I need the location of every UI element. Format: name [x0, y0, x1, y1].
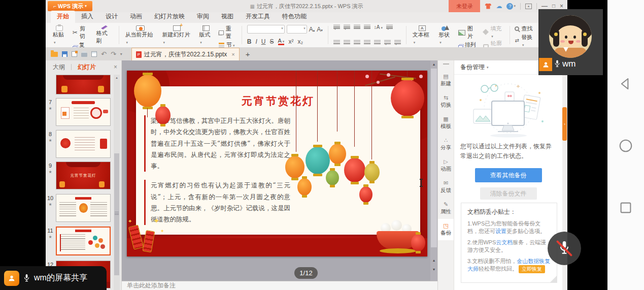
slide-scrollbar[interactable]: ▴ ▴ ▾ — [430, 60, 437, 281]
customize-toolbar-icon[interactable]: ▾ — [120, 52, 122, 56]
slide-title[interactable]: 元宵节赏花灯 — [136, 94, 420, 108]
tab-animation[interactable]: 动画 — [124, 11, 148, 23]
italic-button[interactable]: I — [255, 39, 257, 45]
distribute-button[interactable] — [374, 40, 381, 45]
side-tool-feedback[interactable]: ✉ 反馈 — [438, 176, 454, 198]
superscript-button[interactable]: x² — [288, 39, 293, 45]
side-tool-template[interactable]: ▦ 模板 — [438, 112, 454, 134]
slide-thumbnail-9[interactable]: 元宵节赏花灯 — [56, 162, 111, 189]
shapes-button[interactable]: 形状 — [436, 24, 454, 46]
strikethrough-button[interactable]: S — [270, 39, 274, 45]
android-recents-icon[interactable] — [618, 200, 633, 215]
slide-canvas[interactable]: 元宵节赏花灯 梁武帝笃信佛教，其宫中正月十五大张灯火。唐朝时，中外文化交流更为密… — [127, 71, 427, 256]
reset-button[interactable]: 重置 — [218, 24, 238, 41]
format-painter-button[interactable]: 格式刷 — [94, 24, 115, 46]
scroll-up-icon[interactable]: ▴ — [430, 62, 437, 67]
participant-video-tile[interactable]: wm — [538, 9, 603, 75]
tab-view[interactable]: 视图 — [215, 11, 240, 23]
print-icon[interactable] — [81, 53, 87, 57]
save-icon[interactable] — [62, 51, 67, 57]
tab-insert[interactable]: 插入 — [75, 11, 99, 23]
collapse-pane-icon[interactable] — [443, 63, 449, 65]
redo-icon[interactable]: ↷ — [111, 51, 116, 57]
slide-thumbnail-10[interactable] — [56, 194, 111, 222]
increase-font-button[interactable]: A▴ — [309, 26, 315, 33]
underline-button[interactable]: U — [261, 39, 266, 45]
slide-paragraph-2[interactable]: 元宵燃灯的习俗也有认为起源于道教的“三元说”；上元，含有新的一年第一次月圆之夜的… — [144, 180, 290, 225]
bold-button[interactable]: B — [247, 39, 252, 45]
collapse-ribbon-icon[interactable]: ▴ — [525, 4, 532, 9]
subscript-button[interactable]: x₂ — [297, 39, 303, 45]
mute-microphone-button[interactable] — [548, 232, 581, 265]
undo-icon[interactable]: ↶ — [101, 51, 107, 57]
maximize-button[interactable]: □ — [552, 4, 555, 9]
align-center-button[interactable] — [344, 40, 350, 45]
picture-button[interactable]: 图片 — [457, 24, 479, 41]
text-direction-button[interactable]: ↕A — [374, 25, 383, 30]
align-left-button[interactable] — [333, 40, 340, 45]
cloud-docs-link[interactable]: 云文档 — [496, 239, 513, 245]
paste-button[interactable]: 粘贴 — [51, 24, 69, 46]
slide-scrollbar-thumb[interactable] — [431, 69, 437, 247]
clear-backup-files-button[interactable]: 清除备份文件 — [480, 187, 537, 200]
tab-review[interactable]: 审阅 — [191, 11, 215, 23]
side-tool-share[interactable]: ∴ 分享 — [438, 134, 454, 155]
side-tool-new[interactable]: ▤ 新建 — [438, 70, 454, 91]
recover-now-button[interactable]: 立即恢复 — [519, 265, 545, 273]
section-button[interactable]: 节 — [218, 41, 238, 48]
tab-home[interactable]: 开始 — [51, 11, 75, 23]
side-tool-backup[interactable]: ◳ 备份 — [438, 219, 454, 240]
decrease-indent-button[interactable] — [354, 25, 360, 30]
slide-thumbnail-8[interactable] — [56, 130, 111, 158]
textbox-button[interactable]: 文本框 — [411, 24, 433, 46]
slide-content-panel[interactable]: 元宵节赏花灯 梁武帝笃信佛教，其宫中正月十五大张灯火。唐朝时，中外文化交流更为密… — [136, 86, 420, 235]
next-slide-icon[interactable]: ▾ — [430, 268, 437, 272]
slide-thumbnail-7[interactable] — [56, 98, 111, 126]
slide-paragraph-1[interactable]: 梁武帝笃信佛教，其宫中正月十五大张灯火。唐朝时，中外文化交流更为密切，佛教大兴，… — [144, 115, 290, 172]
align-right-button[interactable] — [354, 40, 360, 45]
side-tool-properties[interactable]: ✎ 属性 — [438, 198, 454, 219]
tab-devtools[interactable]: 开发工具 — [240, 11, 276, 23]
side-tool-transition[interactable]: ⇆ 切换 — [438, 91, 454, 112]
sidebar-scrollbar[interactable]: ▴ — [114, 75, 120, 290]
font-size-select[interactable] — [287, 25, 307, 34]
tab-close-icon[interactable]: × — [231, 51, 234, 57]
slide-thumbnail-6[interactable] — [56, 75, 111, 94]
line-spacing-button[interactable] — [384, 40, 391, 45]
previous-slide-icon[interactable]: ▴ — [430, 259, 437, 263]
replace-button[interactable]: ⇄ 替换 — [514, 33, 535, 48]
tab-features[interactable]: 特色功能 — [276, 11, 313, 23]
login-button[interactable]: 未登录 — [449, 0, 480, 12]
layout-button[interactable]: 版式 — [197, 24, 215, 46]
collapse-panel-handle[interactable]: › — [562, 107, 567, 141]
paragraph-more-button[interactable] — [394, 40, 401, 45]
export-icon[interactable] — [72, 51, 77, 57]
sidebar-close-icon[interactable]: × — [114, 63, 117, 71]
increase-indent-button[interactable] — [364, 25, 370, 30]
find-button[interactable]: 查找 — [514, 24, 535, 33]
new-tab-button[interactable]: + — [246, 50, 250, 58]
open-icon[interactable] — [51, 52, 58, 57]
notes-input[interactable]: 单击此处添加备注 — [122, 281, 437, 290]
numbering-button[interactable] — [344, 25, 350, 30]
outline-button[interactable]: 轮廓 — [482, 39, 505, 48]
android-home-icon[interactable] — [618, 138, 633, 153]
justify-button[interactable] — [364, 40, 370, 45]
android-back-icon[interactable] — [618, 76, 633, 91]
slide-thumbnail-11-selected[interactable] — [56, 227, 111, 255]
copy-button[interactable]: 复制 — [72, 41, 91, 48]
font-color-button[interactable]: A — [278, 38, 285, 45]
close-button[interactable]: × — [560, 3, 563, 9]
font-name-select[interactable] — [247, 25, 285, 34]
help-button[interactable]: ? ▾ — [506, 3, 516, 10]
print-preview-icon[interactable] — [91, 51, 97, 57]
scroll-up-icon[interactable]: ▴ — [114, 76, 120, 80]
side-tool-animation[interactable]: ▷ 动画 — [438, 155, 454, 176]
bullets-button[interactable] — [333, 25, 340, 30]
minimize-button[interactable]: — — [541, 3, 548, 9]
tab-design[interactable]: 设计 — [99, 11, 124, 23]
decrease-font-button[interactable]: A▾ — [317, 26, 323, 33]
fill-button[interactable]: 填充 — [482, 24, 505, 39]
view-other-backups-button[interactable]: 查看其他备份 — [475, 168, 542, 182]
settings-link[interactable]: 设置 — [495, 228, 506, 234]
